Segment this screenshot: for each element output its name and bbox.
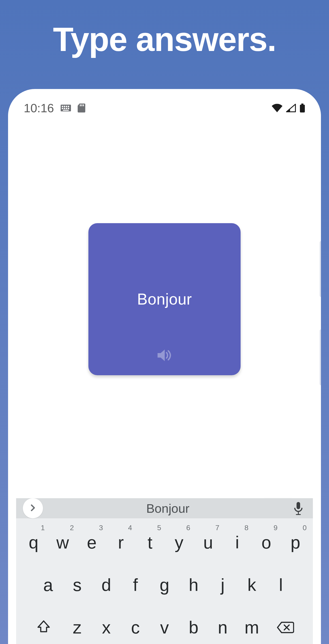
- keyboard-icon: [61, 105, 71, 111]
- key-z[interactable]: z: [63, 607, 92, 644]
- key-hint: 2: [70, 524, 74, 532]
- keyboard-row-3: zxcvbnm: [18, 607, 311, 644]
- phone-frame: 10:16 Bonjour: [8, 89, 321, 644]
- svg-rect-18: [296, 514, 301, 515]
- shift-icon: [37, 618, 51, 638]
- key-b[interactable]: b: [179, 607, 208, 644]
- keyboard-suggestion-bar: Bonjour: [16, 498, 313, 518]
- speaker-icon[interactable]: [157, 348, 172, 363]
- keyboard-row-1: 1q2w3e4r5t6y7u8i9o0p: [18, 522, 311, 562]
- key-l[interactable]: l: [266, 565, 295, 605]
- key-y[interactable]: 6y: [165, 522, 193, 562]
- key-v[interactable]: v: [150, 607, 179, 644]
- key-a[interactable]: a: [34, 565, 63, 605]
- svg-rect-2: [64, 106, 65, 107]
- key-o[interactable]: 9o: [252, 522, 281, 562]
- key-h[interactable]: h: [179, 565, 208, 605]
- svg-rect-9: [63, 110, 69, 111]
- svg-rect-3: [66, 106, 67, 107]
- key-hint: 6: [186, 524, 190, 532]
- key-x[interactable]: x: [92, 607, 121, 644]
- key-j[interactable]: j: [208, 565, 237, 605]
- key-hint: 1: [41, 524, 45, 532]
- svg-rect-6: [64, 108, 65, 109]
- svg-rect-10: [80, 104, 81, 106]
- key-c[interactable]: c: [121, 607, 150, 644]
- keyboard-row-2: asdfghjkl: [18, 565, 311, 605]
- sd-card-icon: [78, 104, 85, 112]
- key-d[interactable]: d: [92, 565, 121, 605]
- key-e[interactable]: 3e: [78, 522, 106, 562]
- svg-rect-12: [83, 104, 84, 106]
- app-content: Bonjour: [8, 118, 321, 520]
- flashcard-word: Bonjour: [137, 290, 192, 308]
- status-time: 10:16: [24, 101, 54, 115]
- key-hint: 0: [302, 524, 307, 532]
- key-hint: 9: [273, 524, 277, 532]
- svg-rect-1: [62, 106, 63, 107]
- microphone-icon[interactable]: [293, 502, 306, 515]
- key-u[interactable]: 7u: [194, 522, 222, 562]
- svg-rect-14: [300, 105, 305, 112]
- status-bar: 10:16: [8, 89, 321, 118]
- key-w[interactable]: 2w: [48, 522, 77, 562]
- key-k[interactable]: k: [237, 565, 266, 605]
- key-hint: 8: [244, 524, 248, 532]
- wifi-icon: [272, 104, 282, 112]
- svg-rect-5: [62, 108, 63, 109]
- key-n[interactable]: n: [208, 607, 237, 644]
- backspace-key[interactable]: [266, 607, 304, 644]
- key-q[interactable]: 1q: [19, 522, 48, 562]
- cell-signal-icon: [286, 104, 296, 112]
- key-t[interactable]: 5t: [136, 522, 164, 562]
- key-p[interactable]: 0p: [281, 522, 310, 562]
- chevron-right-icon: [29, 504, 37, 513]
- key-hint: 3: [99, 524, 103, 532]
- svg-rect-17: [298, 512, 299, 514]
- key-hint: 5: [157, 524, 161, 532]
- battery-icon: [299, 104, 305, 112]
- svg-rect-11: [82, 104, 82, 106]
- svg-rect-13: [301, 104, 303, 105]
- key-g[interactable]: g: [150, 565, 179, 605]
- hero-title: Type answers.: [0, 20, 329, 59]
- key-r[interactable]: 4r: [107, 522, 135, 562]
- key-f[interactable]: f: [121, 565, 150, 605]
- shift-key[interactable]: [25, 607, 63, 644]
- svg-rect-16: [296, 502, 300, 509]
- key-m[interactable]: m: [237, 607, 266, 644]
- keyboard-suggestion[interactable]: Bonjour: [48, 501, 288, 516]
- key-i[interactable]: 8i: [223, 522, 251, 562]
- key-s[interactable]: s: [63, 565, 92, 605]
- svg-rect-7: [66, 108, 67, 109]
- flashcard[interactable]: Bonjour: [88, 223, 241, 375]
- svg-rect-4: [68, 106, 69, 107]
- key-hint: 7: [215, 524, 219, 532]
- key-hint: 4: [128, 524, 132, 532]
- keyboard-expand-button[interactable]: [23, 498, 43, 518]
- svg-rect-8: [68, 108, 69, 109]
- backspace-icon: [277, 618, 294, 638]
- soft-keyboard: Bonjour 1q2w3e4r5t6y7u8i9o0p asdfghjkl: [16, 498, 313, 644]
